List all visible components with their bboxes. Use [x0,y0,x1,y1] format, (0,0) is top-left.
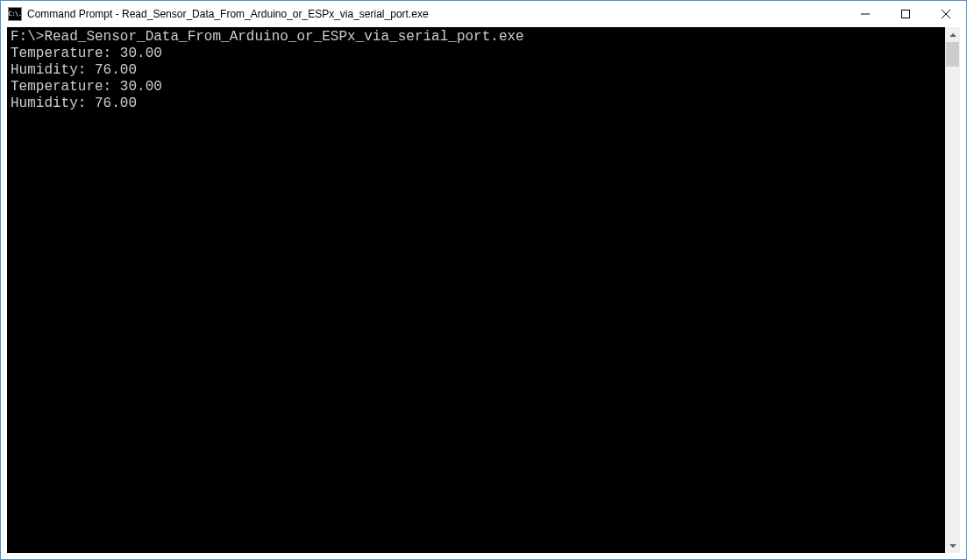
close-icon [942,10,950,18]
window-title: Command Prompt - Read_Sensor_Data_From_A… [27,8,845,20]
terminal-line: F:\>Read_Sensor_Data_From_Arduino_or_ESP… [11,29,942,46]
terminal-line: Temperature: 30.00 [11,79,942,96]
svg-rect-1 [902,10,910,18]
cmd-icon-text: C:\. [9,11,22,18]
terminal-line: Humidity: 76.00 [11,96,942,112]
svg-marker-5 [949,544,956,548]
terminal-line: Temperature: 30.00 [11,46,942,62]
minimize-button[interactable] [845,1,885,26]
svg-marker-4 [949,33,956,37]
terminal-line: Humidity: 76.00 [11,62,942,79]
chevron-down-icon [949,544,956,548]
maximize-button[interactable] [885,1,926,26]
titlebar[interactable]: C:\. Command Prompt - Read_Sensor_Data_F… [1,1,966,27]
maximize-icon [901,10,910,18]
vertical-scrollbar[interactable] [945,27,960,553]
chevron-up-icon [949,33,956,37]
scroll-up-arrow[interactable] [945,27,960,42]
scroll-down-arrow[interactable] [945,538,960,553]
content-wrap: F:\>Read_Sensor_Data_From_Arduino_or_ESP… [1,27,966,559]
cmd-icon: C:\. [8,7,22,21]
close-button[interactable] [926,1,966,26]
minimize-icon [861,10,870,18]
scroll-thumb[interactable] [946,42,959,67]
terminal-output[interactable]: F:\>Read_Sensor_Data_From_Arduino_or_ESP… [7,27,945,553]
command-prompt-window: C:\. Command Prompt - Read_Sensor_Data_F… [0,0,967,560]
scroll-track[interactable] [945,42,960,538]
window-controls [845,1,966,27]
